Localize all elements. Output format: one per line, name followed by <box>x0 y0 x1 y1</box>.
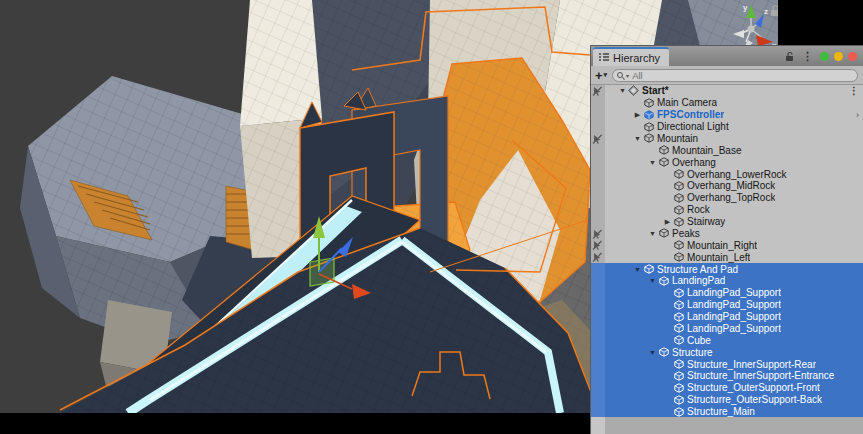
hierarchy-item-label: LandingPad <box>672 275 725 286</box>
hierarchy-item-label: Start* <box>642 85 669 96</box>
expand-arrow[interactable]: ▼ <box>647 275 658 286</box>
hierarchy-row-structure-innersupport-entrance[interactable]: Structure_InnerSupport-Entrance <box>591 370 863 382</box>
hierarchy-item-label: LandingPad_Support <box>687 323 781 334</box>
hierarchy-row-start[interactable]: ▼Start*⋮ <box>591 85 863 97</box>
hierarchy-row-structure-outersupport-front[interactable]: Structure_OuterSupport-Front <box>591 382 863 394</box>
search-icon <box>617 72 623 78</box>
hierarchy-item-label: Mountain_Right <box>687 240 757 251</box>
hierarchy-item-label: Overhang <box>672 157 716 168</box>
hierarchy-item-label: Structure_Main <box>687 406 755 417</box>
cube-icon <box>658 228 669 239</box>
expand-arrow[interactable]: ▼ <box>632 133 643 144</box>
hierarchy-item-label: LandingPad_Support <box>687 311 781 322</box>
hierarchy-item-label: Overhang_TopRock <box>687 192 775 203</box>
expand-arrow[interactable]: ▼ <box>647 228 658 239</box>
hierarchy-row-overhang[interactable]: ▼Overhang <box>591 156 863 168</box>
hierarchy-row-cube[interactable]: Cube <box>591 334 863 346</box>
hierarchy-item-label: Structure_OuterSupport-Front <box>687 382 820 393</box>
picking-disabled-icon[interactable] <box>592 134 603 145</box>
prefab-open-chevron-icon[interactable]: › <box>856 110 859 120</box>
search-placeholder: All <box>632 70 643 81</box>
picking-disabled-icon[interactable] <box>592 240 603 251</box>
tab-hierarchy-label: Hierarchy <box>613 52 660 64</box>
cube-icon <box>673 370 684 381</box>
item-menu-icon[interactable]: ⋮ <box>849 85 859 96</box>
hierarchy-item-label: Structure_InnerSupport-Rear <box>687 359 816 370</box>
lock-icon[interactable] <box>785 51 794 62</box>
panel-menu-icon[interactable]: ⋮ <box>802 52 813 61</box>
cube-icon <box>673 180 684 191</box>
cube-icon <box>673 240 684 251</box>
create-button[interactable]: +▾ <box>595 68 607 83</box>
expand-arrow[interactable]: ▼ <box>617 85 628 96</box>
cube-icon <box>658 347 669 358</box>
hierarchy-row-mountain-right[interactable]: Mountain_Right <box>591 239 863 251</box>
hierarchy-item-label: Peaks <box>672 228 700 239</box>
search-input[interactable]: ▾ All <box>612 69 858 82</box>
expand-arrow[interactable]: ▼ <box>647 157 658 168</box>
hierarchy-item-label: LandingPad_Support <box>687 287 781 298</box>
hierarchy-item-label: Overhang_LowerRock <box>687 169 787 180</box>
hierarchy-row-landingpad-support[interactable]: LandingPad_Support <box>591 311 863 323</box>
hierarchy-row-rock[interactable]: Rock <box>591 204 863 216</box>
window-button-yellow[interactable] <box>834 52 843 61</box>
hierarchy-row-overhang-midrock[interactable]: Overhang_MidRock <box>591 180 863 192</box>
cube-icon <box>673 394 684 405</box>
hierarchy-row-overhang-toprock[interactable]: Overhang_TopRock <box>591 192 863 204</box>
picking-disabled-icon[interactable] <box>592 86 603 97</box>
cube-icon <box>673 299 684 310</box>
create-button-label: + <box>595 68 603 83</box>
hierarchy-item-label: Structure <box>672 347 713 358</box>
hierarchy-row-landingpad-support[interactable]: LandingPad_Support <box>591 287 863 299</box>
hierarchy-row-structure[interactable]: ▼Structure <box>591 346 863 358</box>
cube-icon <box>643 97 654 108</box>
hierarchy-item-label: Directional Light <box>657 121 729 132</box>
hierarchy-panel: Hierarchy ⋮ +▾ ▾ All ▼Start*⋮Main Camera… <box>590 45 863 434</box>
create-caret-icon: ▾ <box>604 71 608 79</box>
hierarchy-item-label: Mountain_Left <box>687 252 750 263</box>
hierarchy-item-label: Main Camera <box>657 97 717 108</box>
tab-hierarchy[interactable]: Hierarchy <box>593 47 669 66</box>
hierarchy-tab-bar: Hierarchy ⋮ <box>591 46 863 66</box>
hierarchy-row-landingpad-support[interactable]: LandingPad_Support <box>591 299 863 311</box>
expand-arrow[interactable]: ▼ <box>647 347 658 358</box>
axis-y-label: y <box>743 3 748 12</box>
cube-icon <box>673 192 684 203</box>
hierarchy-row-landingpad[interactable]: ▼LandingPad <box>591 275 863 287</box>
hierarchy-row-mountain[interactable]: ▼Mountain <box>591 133 863 145</box>
expand-arrow[interactable]: ▶ <box>662 216 673 227</box>
cube-icon <box>673 359 684 370</box>
hierarchy-row-structure-and-pad[interactable]: ▼Structure And Pad <box>591 263 863 275</box>
hierarchy-item-label: FPSController <box>657 109 724 120</box>
search-filter-caret-icon: ▾ <box>626 72 629 79</box>
hierarchy-icon <box>599 53 609 62</box>
hierarchy-row-main-camera[interactable]: Main Camera <box>591 97 863 109</box>
hierarchy-item-label: Rock <box>687 204 710 215</box>
hierarchy-row-structurre-outersupport-back[interactable]: Structurre_OuterSupport-Back <box>591 394 863 406</box>
hierarchy-row-mountain-base[interactable]: Mountain_Base <box>591 144 863 156</box>
cube-icon <box>673 382 684 393</box>
expand-arrow[interactable]: ▶ <box>632 109 643 120</box>
axis-z-label: z <box>764 7 768 16</box>
cube-icon <box>673 323 684 334</box>
window-button-red[interactable] <box>848 52 857 61</box>
window-button-green[interactable] <box>820 52 829 61</box>
hierarchy-item-label: Mountain <box>657 133 698 144</box>
hierarchy-bottom-strip <box>591 417 863 434</box>
hierarchy-row-landingpad-support[interactable]: LandingPad_Support <box>591 323 863 335</box>
hierarchy-item-label: Structure_InnerSupport-Entrance <box>687 370 834 381</box>
expand-arrow[interactable]: ▼ <box>632 264 643 275</box>
hierarchy-row-directional-light[interactable]: Directional Light <box>591 121 863 133</box>
hierarchy-row-stairway[interactable]: ▶Stairway <box>591 216 863 228</box>
picking-disabled-icon[interactable] <box>592 229 603 240</box>
gizmo-plane-handle[interactable] <box>310 258 334 286</box>
hierarchy-row-mountain-left[interactable]: Mountain_Left <box>591 251 863 263</box>
hierarchy-row-structure-main[interactable]: Structure_Main <box>591 406 863 417</box>
picking-disabled-icon[interactable] <box>592 252 603 263</box>
hierarchy-row-overhang-lowerrock[interactable]: Overhang_LowerRock <box>591 168 863 180</box>
hierarchy-row-peaks[interactable]: ▼Peaks <box>591 228 863 240</box>
hierarchy-item-label: LandingPad_Support <box>687 299 781 310</box>
hierarchy-row-structure-innersupport-rear[interactable]: Structure_InnerSupport-Rear <box>591 358 863 370</box>
hierarchy-item-label: Mountain_Base <box>672 145 742 156</box>
hierarchy-row-fpscontroller[interactable]: ▶FPSController› <box>591 109 863 121</box>
